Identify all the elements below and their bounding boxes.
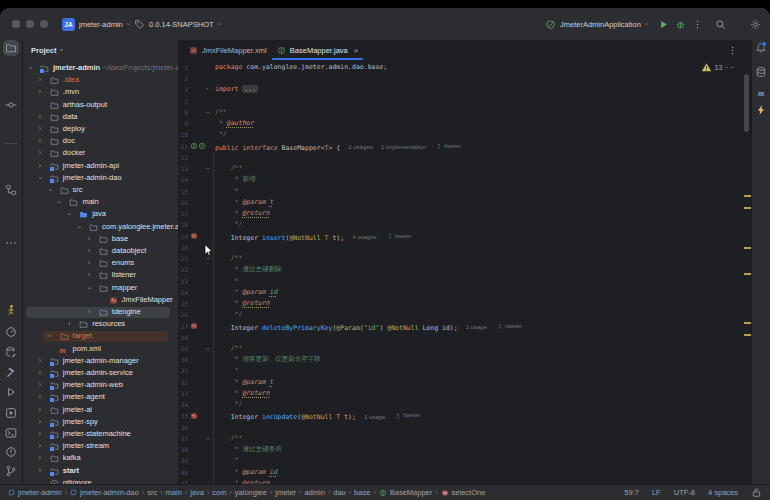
code-line-26[interactable]: 26 */ xyxy=(178,309,746,320)
code-line-18[interactable]: 18 */ xyxy=(178,219,746,230)
code-line-8[interactable]: 8›/** xyxy=(178,107,746,118)
warning-stripe-mark[interactable] xyxy=(744,195,751,197)
endpoints-tool-button[interactable] xyxy=(753,102,769,118)
chevron-right-icon[interactable]: › xyxy=(39,86,41,98)
code-line-19[interactable]: 19 Integer insert(@NotNull T t);4 usages… xyxy=(178,231,746,242)
code-line-34[interactable]: 34 */ xyxy=(178,399,746,410)
chevron-right-icon[interactable]: › xyxy=(88,245,90,257)
line-number[interactable]: 34 xyxy=(178,399,188,410)
code-line-25[interactable]: 25 * @return xyxy=(178,298,746,309)
usage-hint[interactable]: 1 usage xyxy=(364,414,385,420)
window-close-button[interactable] xyxy=(12,20,20,28)
tree-item-enums[interactable]: ›enums xyxy=(23,257,178,269)
tree-item-docker[interactable]: ›docker xyxy=(23,147,178,159)
tree-item-.mvn[interactable]: ›.mvn xyxy=(23,86,178,98)
line-number[interactable]: 30 xyxy=(178,354,188,365)
code-line-16[interactable]: 16 * @param t xyxy=(178,197,746,208)
line-separator[interactable]: LF xyxy=(652,488,661,497)
code-editor[interactable]: 13 › › 1package com.yalonglee.jmeter.adm… xyxy=(178,60,752,485)
line-number[interactable]: 23 xyxy=(178,276,188,287)
chevron-right-icon[interactable]: › xyxy=(39,367,41,379)
code-line-30[interactable]: 30 * 增量更新，仅更新非空字段 xyxy=(178,354,746,365)
chevron-right-icon[interactable]: › xyxy=(39,160,41,172)
line-number[interactable]: 24 xyxy=(178,287,188,298)
line-number[interactable]: 28 xyxy=(178,332,188,343)
chevron-right-icon[interactable]: › xyxy=(88,269,90,281)
code-line-23[interactable]: 23 * xyxy=(178,276,746,287)
tree-item-data[interactable]: ›data xyxy=(23,111,178,123)
tree-item-jmeter-admin-manager[interactable]: ›jmeter-admin-manager xyxy=(23,355,178,367)
chevron-right-icon[interactable]: › xyxy=(39,355,41,367)
tree-item-resources[interactable]: ›resources xyxy=(23,318,178,330)
breadcrumb-selectOne[interactable]: selectOne xyxy=(441,488,486,497)
file-encoding[interactable]: UTF-8 xyxy=(674,488,695,497)
line-number[interactable]: 39 xyxy=(178,455,188,466)
mybatis-statement-gutter-icon[interactable] xyxy=(190,412,198,420)
fold-collapse-icon[interactable]: › xyxy=(201,436,212,440)
tree-item-jmeter-admin-web[interactable]: ›jmeter-admin-web xyxy=(23,379,178,391)
line-number[interactable]: 37 xyxy=(178,433,188,444)
code-line-38[interactable]: 38 * 通过主键查询 xyxy=(178,444,746,455)
tree-item-com.yalonglee.jmeter.ad[interactable]: ›com.yalonglee.jmeter.ad xyxy=(23,221,178,233)
chevron-right-icon[interactable]: › xyxy=(39,74,41,86)
line-number[interactable]: 38 xyxy=(178,444,188,455)
database-tool-button[interactable] xyxy=(753,64,769,80)
chevron-right-icon[interactable]: › xyxy=(49,330,51,342)
line-number[interactable]: 26 xyxy=(178,309,188,320)
tree-item-jmeter-admin-api[interactable]: ›jmeter-admin-api xyxy=(23,160,178,172)
code-line-3[interactable]: 3›import ... xyxy=(178,84,746,95)
line-number[interactable]: 25 xyxy=(178,298,188,309)
chevron-right-icon[interactable]: › xyxy=(39,111,41,123)
fold-expand-icon[interactable]: › xyxy=(205,84,209,95)
line-number[interactable]: 18 xyxy=(178,219,188,230)
chevron-right-icon[interactable]: › xyxy=(88,306,90,318)
inspections-widget[interactable]: 13 › › xyxy=(698,61,736,73)
mybatis-statement-gutter-icon[interactable] xyxy=(190,232,198,240)
chevron-right-icon[interactable]: › xyxy=(39,440,41,452)
code-line-21[interactable]: 21› /** xyxy=(178,253,746,264)
line-number[interactable]: 32 xyxy=(178,377,188,388)
chevron-down-icon[interactable]: › xyxy=(73,226,85,228)
chevron-right-icon[interactable]: › xyxy=(39,147,41,159)
code-line-28[interactable]: 28 xyxy=(178,332,746,343)
code-author-hint[interactable]: liweier xyxy=(497,321,522,332)
tree-item-java[interactable]: ›java xyxy=(23,208,178,220)
code-line-9[interactable]: 9 * @author xyxy=(178,118,746,129)
terminal-tool-button[interactable] xyxy=(3,425,19,441)
line-number[interactable]: 1 xyxy=(178,62,188,73)
chevron-down-icon[interactable]: › xyxy=(53,201,65,203)
breadcrumb-java[interactable]: java xyxy=(190,488,204,497)
line-number[interactable]: 2 xyxy=(178,73,188,84)
maven-tool-button[interactable]: m xyxy=(753,85,769,101)
code-author-hint[interactable]: liweier xyxy=(395,410,420,421)
code-line-27[interactable]: 27 Integer deleteByPrimaryKey(@Param("id… xyxy=(178,321,746,332)
tree-item-target[interactable]: ›target xyxy=(23,330,178,342)
warning-stripe-mark[interactable] xyxy=(744,322,751,324)
tree-item-pom.xml[interactable]: mpom.xml xyxy=(23,343,178,355)
fold-collapse-icon[interactable]: › xyxy=(201,110,212,114)
line-number[interactable]: 29 xyxy=(178,343,188,354)
code-line-15[interactable]: 15 * xyxy=(178,186,746,197)
code-line-39[interactable]: 39 * xyxy=(178,455,746,466)
line-number[interactable]: 9 xyxy=(178,118,188,129)
tree-item-deploy[interactable]: ›deploy xyxy=(23,123,178,135)
code-line-20[interactable]: 20 xyxy=(178,242,746,253)
tab-BaseMapper.java[interactable]: BaseMapper.java× xyxy=(270,40,366,60)
tree-item-jmeter-stream[interactable]: ›jmeter-stream xyxy=(23,440,178,452)
breadcrumb-base[interactable]: base xyxy=(354,488,370,497)
tree-item-jmeter-admin-dao[interactable]: ›jmeter-admin-dao xyxy=(23,172,178,184)
chevron-down-icon[interactable]: › xyxy=(83,287,95,289)
window-zoom-button[interactable] xyxy=(40,20,48,28)
code-author-hint[interactable]: liweier xyxy=(387,231,412,242)
chevron-right-icon[interactable]: › xyxy=(39,135,41,147)
breadcrumb-jmeter-admin-dao[interactable]: jmeter-admin-dao xyxy=(70,488,139,497)
line-number[interactable]: 12 xyxy=(178,152,188,163)
commit-tool-button[interactable] xyxy=(3,97,19,113)
tree-item-src[interactable]: ›src xyxy=(23,184,178,196)
code-line-36[interactable]: 36 xyxy=(178,422,746,433)
tree-item-jmeter-admin[interactable]: ›jmeter-admin ~/IdeaProjects/jmeter-ad xyxy=(23,62,178,74)
run-tool-button[interactable] xyxy=(3,384,19,400)
breadcrumb-admin[interactable]: admin xyxy=(304,488,324,497)
breadcrumb-main[interactable]: main xyxy=(166,488,182,497)
usage-hint[interactable]: 1 implementation xyxy=(381,144,427,150)
